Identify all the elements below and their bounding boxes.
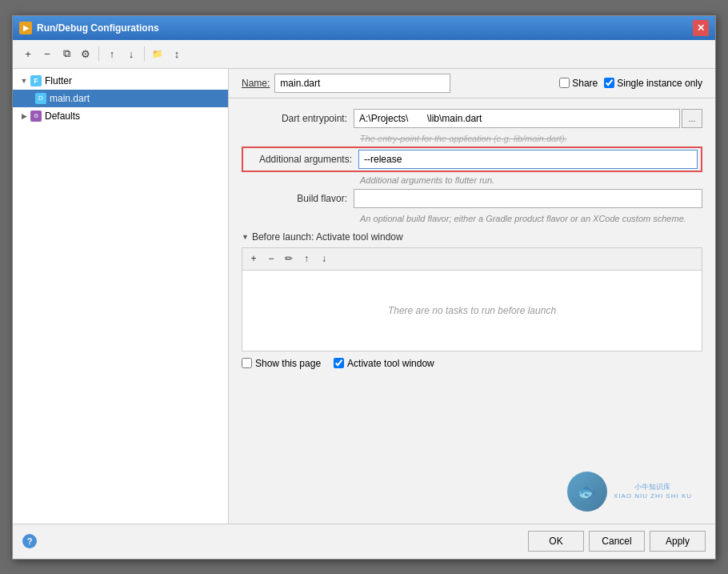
settings-button[interactable]: ⚙ (77, 45, 94, 62)
sort-button[interactable]: ↕ (168, 45, 186, 62)
before-launch-content: There are no tasks to run before launch (242, 271, 702, 351)
form-panel: Dart entrypoint: ... The entry-point for… (229, 98, 715, 524)
name-label: Name: (242, 78, 270, 89)
entrypoint-hint: The entry-point for the application (e.g… (360, 134, 702, 143)
single-instance-text: Single instance only (617, 78, 702, 89)
show-page-text: Show this page (255, 358, 321, 369)
additional-args-input[interactable] (358, 150, 698, 169)
add-button[interactable]: + (19, 45, 37, 62)
ok-button[interactable]: OK (528, 531, 584, 552)
share-checkbox-label[interactable]: Share (559, 78, 598, 89)
before-launch-section: + − ✏ ↑ ↓ There are no tasks to run befo… (242, 247, 702, 351)
bl-up-button[interactable]: ↑ (298, 251, 314, 267)
flutter-icon: F (30, 75, 42, 86)
before-launch-toolbar: + − ✏ ↑ ↓ (242, 248, 702, 271)
bl-remove-button[interactable]: − (263, 251, 279, 267)
config-tree: ▼ F Flutter D main.dart ▶ ⚙ Defaults (13, 69, 228, 128)
bl-down-button[interactable]: ↓ (316, 251, 332, 267)
share-checkbox-input[interactable] (559, 78, 570, 88)
sidebar: ▼ F Flutter D main.dart ▶ ⚙ Defaults (13, 69, 229, 524)
dialog-title: Run/Debug Configurations (37, 22, 693, 34)
before-launch-header: ▼ Before launch: Activate tool window (242, 231, 702, 243)
defaults-icon: ⚙ (30, 110, 42, 122)
show-page-label[interactable]: Show this page (242, 358, 321, 369)
dart-entrypoint-input[interactable] (354, 109, 680, 128)
help-button[interactable]: ? (22, 534, 37, 548)
folder-button[interactable]: 📁 (149, 45, 166, 62)
additional-args-hint: Additional arguments to flutter run. (360, 175, 702, 185)
browse-button[interactable]: ... (682, 109, 702, 128)
single-instance-label[interactable]: Single instance only (604, 78, 702, 89)
no-tasks-message: There are no tasks to run before launch (388, 305, 556, 316)
toolbar-separator-2 (144, 46, 145, 61)
expand-icon-flutter: ▼ (19, 76, 29, 86)
watermark-text: 小牛知识库 XIAO NIU ZHI SHI KU (614, 482, 692, 501)
bottom-options: Show this page Activate tool window (242, 358, 702, 369)
toolbar-separator-1 (98, 46, 99, 61)
before-launch-label: Before launch: Activate tool window (252, 231, 403, 243)
dart-icon: D (35, 93, 46, 104)
config-header: Name: Share Single instance only (229, 69, 715, 98)
build-flavor-row: Build flavor: (242, 188, 702, 209)
build-flavor-input[interactable] (354, 189, 702, 208)
remove-button[interactable]: − (38, 45, 56, 62)
additional-args-label: Additional arguments: (246, 154, 358, 165)
watermark: 🐟 小牛知识库 XIAO NIU ZHI SHI KU (567, 472, 692, 512)
flutter-label: Flutter (45, 75, 72, 86)
bl-add-button[interactable]: + (246, 251, 262, 267)
defaults-label: Defaults (45, 110, 80, 122)
single-instance-checkbox[interactable] (604, 78, 614, 88)
apply-button[interactable]: Apply (650, 531, 706, 552)
show-page-checkbox[interactable] (242, 358, 252, 368)
toolbar: + − ⧉ ⚙ ↑ ↓ 📁 ↕ (13, 40, 715, 69)
activate-tool-window-label[interactable]: Activate tool window (334, 358, 434, 369)
activate-tool-window-checkbox[interactable] (334, 358, 344, 368)
dart-entrypoint-label: Dart entrypoint: (242, 113, 354, 124)
move-up-button[interactable]: ↑ (103, 45, 121, 62)
header-right-options: Share Single instance only (559, 78, 702, 89)
cancel-button[interactable]: Cancel (589, 531, 645, 552)
dialog-footer: ? OK Cancel Apply (13, 524, 715, 559)
build-flavor-hint: An optional build flavor; either a Gradl… (360, 214, 702, 223)
tree-item-main-dart[interactable]: D main.dart (13, 90, 228, 107)
copy-button[interactable]: ⧉ (58, 45, 75, 62)
watermark-icon: 🐟 (567, 472, 607, 512)
main-dart-label: main.dart (50, 93, 90, 104)
before-launch-wrapper: ▼ Before launch: Activate tool window + … (242, 231, 702, 351)
title-icon: ▶ (19, 22, 32, 34)
move-down-button[interactable]: ↓ (122, 45, 140, 62)
additional-args-row: Additional arguments: (242, 147, 702, 172)
main-content: ▼ F Flutter D main.dart ▶ ⚙ Defaults (13, 69, 715, 524)
name-input[interactable] (274, 74, 450, 93)
tree-item-defaults[interactable]: ▶ ⚙ Defaults (13, 107, 228, 125)
title-bar: ▶ Run/Debug Configurations ✕ (13, 16, 715, 40)
activate-tool-window-text: Activate tool window (347, 358, 434, 369)
build-flavor-label: Build flavor: (242, 193, 354, 204)
expand-icon-defaults: ▶ (19, 111, 29, 121)
share-label: Share (572, 78, 598, 89)
close-button[interactable]: ✕ (693, 20, 709, 36)
bl-edit-button[interactable]: ✏ (281, 251, 297, 267)
dart-entrypoint-row: Dart entrypoint: ... (242, 108, 702, 129)
tree-item-flutter[interactable]: ▼ F Flutter (13, 72, 228, 90)
collapse-icon[interactable]: ▼ (242, 233, 249, 241)
